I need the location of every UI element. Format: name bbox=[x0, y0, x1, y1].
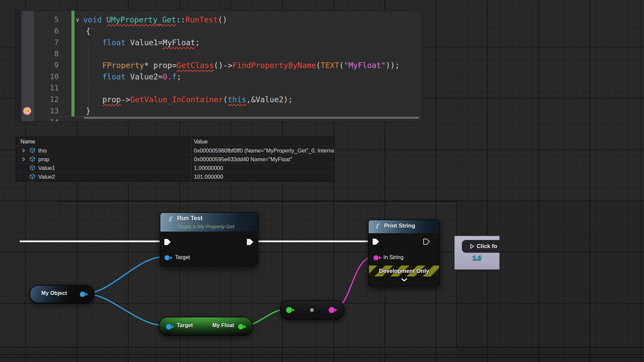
code-line-5[interactable]: ∨void UMyProperty_Get::RunTest() bbox=[83, 14, 227, 25]
code-line-7[interactable]: float Value1=MyFloat; bbox=[102, 37, 200, 48]
variable-cube-icon bbox=[30, 147, 35, 153]
code-token bbox=[102, 15, 106, 24]
code-token: void bbox=[83, 15, 102, 24]
exec-in-pin[interactable] bbox=[164, 238, 171, 246]
pin-value-tooltip: Click fo 1.0 bbox=[453, 236, 499, 270]
chevron-down-icon[interactable] bbox=[401, 278, 408, 282]
horizontal-scrollbar-thumb[interactable] bbox=[84, 117, 419, 119]
code-lines: ∨void UMyProperty_Get::RunTest(){float V… bbox=[15, 11, 422, 121]
code-token: prop bbox=[102, 95, 121, 104]
float-in-pin[interactable] bbox=[286, 307, 295, 313]
watch-row-prop[interactable]: prop0x00000595e633dd40 Name="MyFloat" bbox=[16, 155, 334, 164]
node-float-to-string-conversion[interactable] bbox=[280, 300, 344, 320]
variable-cube-icon bbox=[30, 165, 35, 171]
code-token: float bbox=[102, 38, 125, 47]
code-token: this bbox=[228, 95, 246, 104]
screenshot-canvas: f Run Test Target is My Property Get Tar… bbox=[0, 0, 644, 362]
code-editor[interactable]: 567891011121314 ∨void UMyProperty_Get::R… bbox=[15, 11, 422, 121]
node-title: Run Test bbox=[177, 215, 203, 222]
watched-pin-value: 1.0 bbox=[467, 254, 487, 261]
target-pin[interactable] bbox=[164, 255, 173, 261]
my-object-label: My Object bbox=[41, 290, 67, 296]
target-pin[interactable] bbox=[166, 324, 175, 330]
node-my-object[interactable]: My Object bbox=[30, 285, 95, 303]
in-string-pin-label: In String bbox=[383, 254, 404, 260]
exec-out-pin[interactable] bbox=[423, 238, 430, 245]
click-for-more-label: Click fo bbox=[477, 240, 497, 253]
watch-column-value: Value bbox=[194, 137, 208, 146]
object-out-pin[interactable] bbox=[80, 291, 89, 297]
fold-arrow-icon[interactable]: ∨ bbox=[76, 14, 79, 25]
code-token: = bbox=[158, 38, 163, 47]
code-token: ; bbox=[195, 38, 200, 47]
code-token bbox=[125, 38, 130, 47]
code-token: -> bbox=[121, 95, 130, 104]
float-out-pin[interactable] bbox=[238, 324, 247, 330]
code-token: = bbox=[158, 72, 163, 81]
code-token: ,&Value2); bbox=[246, 95, 292, 104]
node-print-string-header[interactable]: f Print String bbox=[369, 220, 439, 234]
code-token: () bbox=[218, 15, 227, 24]
code-token: Value1 bbox=[130, 38, 158, 47]
code-token: "MyFloat" bbox=[344, 61, 386, 70]
exec-in-pin[interactable] bbox=[372, 238, 380, 245]
watch-variable-name: Value2 bbox=[38, 172, 55, 181]
debugger-watch-panel[interactable]: Name Value this0x000005960fbf0ff0 (Name=… bbox=[16, 137, 334, 181]
in-string-pin[interactable] bbox=[373, 255, 382, 261]
watch-variable-value: 101.000000 bbox=[194, 172, 223, 181]
watch-variable-value: 0x000005960fbf0ff0 (Name="MyProperty_Get… bbox=[194, 146, 334, 155]
code-line-10[interactable]: float Value2=0.f; bbox=[102, 71, 181, 82]
object-wire-myobject-to-runtest bbox=[85, 257, 164, 294]
code-token: ( bbox=[223, 95, 228, 104]
watch-row-this[interactable]: this0x000005960fbf0ff0 (Name="MyProperty… bbox=[16, 146, 334, 155]
code-token: * bbox=[144, 61, 154, 70]
expand-arrow-icon[interactable] bbox=[22, 157, 26, 161]
watch-row-Value2[interactable]: Value2101.000000 bbox=[16, 172, 334, 181]
variable-cube-icon bbox=[30, 156, 35, 162]
code-token: GetClass bbox=[177, 61, 214, 70]
code-token: prop bbox=[153, 61, 172, 70]
target-pin-label: Target bbox=[177, 322, 193, 328]
conversion-dot-icon bbox=[310, 308, 314, 312]
code-line-13[interactable]: } bbox=[86, 105, 91, 117]
my-float-pin-label: My Float bbox=[212, 322, 234, 328]
development-only-banner: Development Only bbox=[369, 265, 439, 277]
object-wire-myobject-to-getter bbox=[85, 294, 167, 326]
code-token bbox=[125, 72, 130, 81]
target-pin-label: Target bbox=[175, 254, 190, 260]
code-token: )); bbox=[386, 61, 400, 70]
watch-row-Value1[interactable]: Value11.00000000 bbox=[16, 163, 334, 172]
watch-variable-name: this bbox=[38, 146, 47, 155]
development-only-label: Development Only bbox=[379, 268, 429, 274]
node-print-string[interactable]: f Print String In String Development Onl… bbox=[368, 220, 440, 287]
node-title: Print String bbox=[384, 223, 415, 229]
code-token: MyFloat bbox=[163, 38, 195, 47]
node-run-test[interactable]: f Run Test Target is My Property Get Tar… bbox=[160, 212, 258, 266]
code-token: UMyProperty_Get bbox=[106, 15, 176, 24]
node-subtitle: Target is My Property Get bbox=[177, 224, 234, 229]
function-icon: f bbox=[168, 215, 171, 223]
code-token: { bbox=[86, 27, 91, 36]
horizontal-scrollbar-track bbox=[59, 116, 422, 117]
watch-header-row: Name Value bbox=[16, 137, 334, 146]
watch-variable-value: 1.00000000 bbox=[194, 164, 223, 172]
code-line-6[interactable]: { bbox=[86, 25, 91, 37]
code-token: = bbox=[172, 61, 177, 70]
code-token: 0. bbox=[163, 72, 172, 81]
code-token: Value2 bbox=[130, 72, 158, 81]
exec-out-pin[interactable] bbox=[247, 238, 254, 246]
click-for-more-button[interactable]: Click fo bbox=[462, 240, 499, 253]
code-token: } bbox=[86, 107, 91, 115]
code-token: TEXT bbox=[321, 61, 339, 70]
code-line-12[interactable]: prop->GetValue_InContainer(this,&Value2)… bbox=[102, 94, 293, 105]
code-token: FProperty bbox=[102, 61, 144, 70]
code-token: GetValue_InContainer bbox=[130, 95, 223, 104]
code-token: f bbox=[172, 72, 177, 81]
string-out-pin[interactable] bbox=[329, 307, 337, 313]
node-get-my-float[interactable]: Target My Float bbox=[159, 317, 253, 336]
node-run-test-header[interactable]: f Run Test Target is My Property Get bbox=[160, 213, 258, 232]
code-token: RunTest bbox=[185, 15, 218, 24]
code-line-9[interactable]: FProperty* prop=GetClass()->FindProperty… bbox=[102, 60, 399, 71]
cursor-arrow-icon bbox=[470, 244, 475, 249]
expand-arrow-icon[interactable] bbox=[22, 148, 26, 153]
